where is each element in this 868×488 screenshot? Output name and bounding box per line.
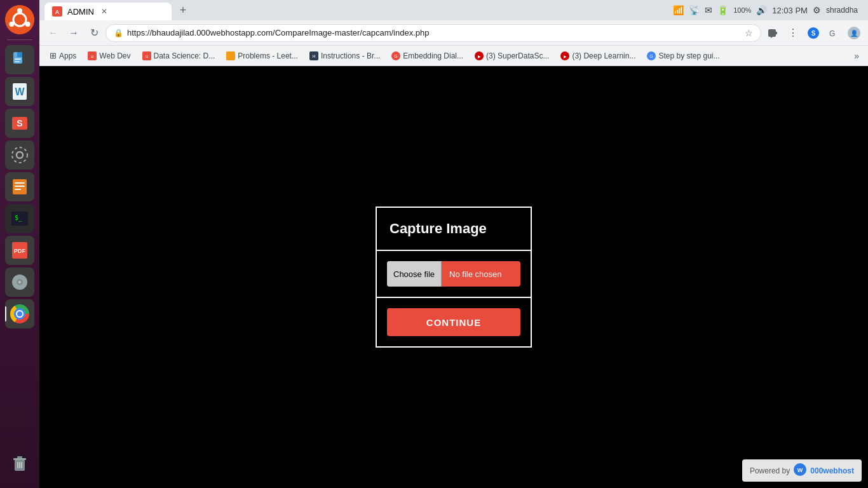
bookmark-deeplearning[interactable]: ▶ (3) Deep Learnin... <box>555 49 641 63</box>
bookmark-deeplearning-label: (3) Deep Learnin... <box>572 51 635 60</box>
user-name: shraddha <box>826 6 858 15</box>
profile-avatar[interactable]: 👤 <box>845 24 863 42</box>
bookmark-problems-label: Problems - Leet... <box>238 51 298 60</box>
bookmark-embedding[interactable]: G Embedding Dial... <box>386 49 468 63</box>
bookmark-superdatascience[interactable]: ▶ (3) SuperDataSc... <box>470 49 554 63</box>
bookmark-stepbystep[interactable]: G Step by step gui... <box>642 49 724 63</box>
webdev-favicon: u <box>88 51 97 60</box>
files-icon[interactable] <box>5 45 34 74</box>
svg-rect-8 <box>15 61 20 62</box>
battery-percent: 100% <box>733 6 751 14</box>
bookmark-webdev-label: Web Dev <box>99 51 130 60</box>
powered-by-logo: W <box>794 463 806 478</box>
sds-favicon: ▶ <box>475 51 484 60</box>
text-editor-icon[interactable] <box>5 172 34 201</box>
svg-rect-38 <box>21 462 22 468</box>
new-tab-button[interactable]: + <box>174 1 192 19</box>
trash-icon[interactable] <box>5 449 34 478</box>
problems-favicon <box>226 51 235 60</box>
title-bar: A ADMIN ✕ + 📶 📡 ✉ 🔋 100% 🔊 12:03 PM ⚙ sh… <box>39 0 868 20</box>
choose-file-button[interactable]: Choose file <box>387 261 442 287</box>
bluetooth-icon: 📡 <box>689 5 700 15</box>
instructions-favicon: H <box>309 51 318 60</box>
apps-grid-icon: ⊞ <box>50 51 57 60</box>
continue-section: CONTINUE <box>377 298 531 346</box>
volume-icon: 🔊 <box>756 5 767 15</box>
svg-text:W: W <box>797 467 803 473</box>
svg-text:G: G <box>395 54 398 58</box>
powered-by-text: Powered by <box>750 466 790 475</box>
svg-point-2 <box>17 8 22 13</box>
continue-button[interactable]: CONTINUE <box>387 308 520 336</box>
bookmark-datascience[interactable]: u Data Science: D... <box>137 49 220 63</box>
pdf-icon[interactable]: PDF <box>5 236 34 265</box>
libreoffice-writer-icon[interactable]: W <box>5 77 34 106</box>
tab-close-button[interactable]: ✕ <box>99 6 109 17</box>
address-bar[interactable]: 🔒 https://bhaudajilad.000webhostapp.com/… <box>105 24 761 42</box>
svg-point-14 <box>17 152 23 158</box>
bookmarks-bar: ⊞ Apps u Web Dev u Data Science: D... Pr… <box>39 46 868 66</box>
svg-rect-37 <box>19 462 20 468</box>
battery-icon: 🔋 <box>717 5 728 15</box>
embedding-favicon: G <box>391 51 400 60</box>
svg-text:u: u <box>91 54 93 58</box>
svg-rect-6 <box>17 52 22 57</box>
ubuntu-icon[interactable] <box>5 5 34 34</box>
svg-point-26 <box>18 281 21 283</box>
active-tab[interactable]: A ADMIN ✕ <box>44 3 172 20</box>
svg-rect-36 <box>17 462 18 468</box>
file-name-label: No file chosen <box>442 269 520 279</box>
svg-point-4 <box>9 22 14 27</box>
capture-image-card: Capture Image Choose file No file chosen… <box>376 207 532 348</box>
extensions-button[interactable] <box>764 24 782 42</box>
svg-rect-34 <box>13 458 26 460</box>
bookmark-problems[interactable]: Problems - Leet... <box>221 49 303 63</box>
bookmark-instructions-label: Instructions - Br... <box>321 51 380 60</box>
dl-favicon: ▶ <box>560 51 569 60</box>
chrome-menu-button[interactable]: ⋮ <box>784 24 802 42</box>
bookmark-webdev[interactable]: u Web Dev <box>83 49 135 63</box>
svg-rect-35 <box>17 456 22 458</box>
bookmark-sds-label: (3) SuperDataSc... <box>486 51 549 60</box>
file-input-wrapper: Choose file No file chosen <box>387 261 520 287</box>
bookmark-apps-label: Apps <box>59 51 76 60</box>
svg-text:u: u <box>146 54 148 58</box>
settings-icon[interactable] <box>5 140 34 170</box>
terminal-icon[interactable]: $_ <box>5 204 34 233</box>
chrome-taskbar-icon[interactable] <box>5 299 34 329</box>
taskbar-separator <box>7 39 32 40</box>
powered-by-footer: Powered by W 000webhost <box>742 459 862 482</box>
svg-rect-17 <box>15 182 25 184</box>
powered-by-brand: 000webhost <box>810 466 854 475</box>
back-button[interactable]: ← <box>44 24 62 42</box>
tab-title: ADMIN <box>67 7 94 17</box>
svg-text:PDF: PDF <box>14 248 26 254</box>
bookmark-instructions[interactable]: H Instructions - Br... <box>304 49 385 63</box>
bookmark-apps[interactable]: ⊞ Apps <box>44 48 81 63</box>
refresh-button[interactable]: ↻ <box>85 24 103 42</box>
system-settings-icon[interactable]: ⚙ <box>813 5 821 15</box>
system-time: 12:03 PM <box>772 6 808 15</box>
svg-text:▶: ▶ <box>478 55 481 58</box>
chrome-window: A ADMIN ✕ + 📶 📡 ✉ 🔋 100% 🔊 12:03 PM ⚙ sh… <box>39 0 868 488</box>
svg-text:▶: ▶ <box>564 55 567 58</box>
svg-text:$_: $_ <box>15 214 23 222</box>
datascience-favicon: u <box>142 51 151 60</box>
svg-rect-18 <box>15 186 25 187</box>
svg-rect-19 <box>15 189 21 190</box>
svg-point-32 <box>17 311 22 316</box>
google-account-button[interactable]: S <box>804 24 822 42</box>
tab-favicon: A <box>52 6 62 17</box>
forward-button[interactable]: → <box>65 24 83 42</box>
libreoffice-impress-icon[interactable]: S <box>5 109 34 138</box>
page-content: Capture Image Choose file No file chosen… <box>39 66 868 488</box>
svg-text:G: G <box>650 54 653 58</box>
disk-icon[interactable] <box>5 268 34 297</box>
title-bar-right: 📶 📡 ✉ 🔋 100% 🔊 12:03 PM ⚙ shraddha <box>673 5 863 15</box>
bookmarks-more-button[interactable]: » <box>850 48 863 64</box>
lock-icon: 🔒 <box>114 29 123 37</box>
translate-icon[interactable]: G <box>825 24 843 42</box>
svg-point-15 <box>12 147 27 163</box>
svg-text:A: A <box>55 9 60 15</box>
bookmark-star-icon[interactable]: ☆ <box>745 28 753 38</box>
